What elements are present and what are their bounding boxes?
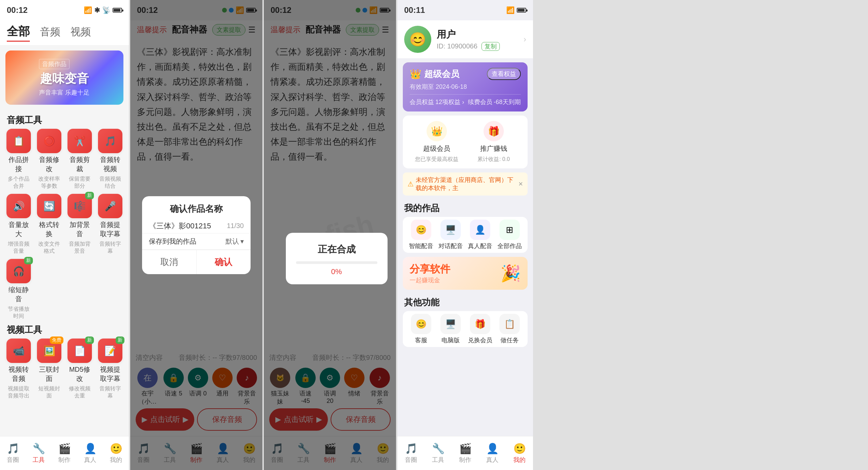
work-icon-all: ⊞: [499, 220, 520, 240]
warning-text: 未经官方渠道（应用商店、官网）下载的本软件，主: [416, 176, 518, 192]
tab-video-tab[interactable]: 视频: [71, 25, 91, 40]
nav-label-sound: 音圈: [7, 456, 19, 464]
tool-volume[interactable]: 🔊 音量放大 增强音频音量: [5, 194, 32, 255]
promo-banner[interactable]: 音频作品 趣味变音 声音丰富 乐趣十足: [5, 50, 123, 105]
other-icon-desktop: 🖥️: [440, 314, 461, 334]
signal-4: 📶: [506, 6, 515, 14]
tool-subtitle[interactable]: 🎤 音频提取字幕 音频转字幕: [97, 194, 123, 255]
modal-save-label: 保存到我的作品: [149, 237, 196, 246]
tool-md5[interactable]: 📄 新 MD5修改 修改视频去重: [66, 339, 93, 400]
nav4-icon-tools: 🔧: [432, 443, 445, 454]
nav-mine[interactable]: 🙂 我的: [103, 436, 129, 470]
feature-promote[interactable]: 🎁 推广赚钱 累计收益: 0.0: [465, 121, 522, 163]
bottom-nav-4: 🎵 音圈 🔧 工具 🎬 制作 👤 真人 🙂 我的: [397, 436, 533, 470]
tool-desc-volume: 增强音频音量: [5, 241, 32, 255]
other-functions-title: 其他功能: [397, 294, 533, 311]
user-id-label: ID: 10900066 复制: [437, 42, 518, 50]
modal-actions: 取消 确认: [142, 250, 251, 274]
view-benefits-btn[interactable]: 查看权益: [487, 68, 521, 80]
tool-desc-subtitle: 音频转字幕: [97, 241, 123, 255]
tool-vid-subtitle[interactable]: 📝 新 视频提取字幕 音频转字幕: [97, 339, 123, 400]
tool-icon-volume: 🔊: [6, 194, 31, 218]
banner-title: 趣味变音: [39, 70, 90, 87]
status-bar-4: 00:11 📶: [397, 0, 533, 20]
vip-title-label: 超级会员: [424, 68, 459, 80]
panel-profile: 00:11 📶 😊 用户 ID: 10900066 复制 › 👑 超级会员 查看…: [397, 0, 533, 470]
work-real-dub[interactable]: 👤 真人配音: [467, 220, 493, 250]
nav4-icon-create: 🎬: [459, 443, 472, 454]
tool-name-subtitle: 音频提取字幕: [97, 220, 123, 239]
modal-char-counter: 11/30: [227, 222, 244, 230]
copy-id-btn[interactable]: 复制: [481, 42, 500, 51]
warning-bar: ⚠ 未经官方渠道（应用商店、官网）下载的本软件，主 ×: [403, 172, 528, 196]
features-row: 👑 超级会员 您已享受最高权益 🎁 推广赚钱 累计收益: 0.0: [403, 116, 528, 168]
vip-row2: 会员权益 12项权益 › 续费会员 -68天到期: [410, 94, 521, 106]
chevron-down-icon: ▾: [240, 237, 244, 245]
nav-icon-tools: 🔧: [33, 443, 45, 454]
work-smart-dub[interactable]: 😊 智能配音: [408, 220, 434, 250]
tool-format[interactable]: 🔄 格式转换 改变文件格式: [36, 194, 62, 255]
status-icons-4: 📶: [506, 6, 526, 14]
nav-real[interactable]: 👤 真人: [77, 436, 103, 470]
nav-label-create: 制作: [58, 456, 71, 464]
tool-cover[interactable]: 🖼️ 免费 三联封面 短视频封面: [36, 339, 62, 400]
share-banner[interactable]: 分享软件 一起赚现金 🎉: [403, 257, 528, 290]
tool-vid-to-audio[interactable]: 📹 视频转音频 视频提取音频导出: [5, 339, 32, 400]
modal-filename-input[interactable]: [149, 222, 227, 230]
time-1: 00:12: [7, 5, 27, 15]
other-customer-service[interactable]: 😊 客服: [408, 314, 434, 344]
nav4-mine[interactable]: 🙂 我的: [506, 436, 533, 470]
tool-desc-trim: 保留需要部分: [66, 176, 93, 190]
tool-trim[interactable]: ✂️ 音频剪裁 保留需要部分: [66, 129, 93, 190]
work-dialog-dub[interactable]: 🖥️ 对话配音: [438, 220, 463, 250]
vip-row1: 👑 超级会员 查看权益: [410, 68, 521, 80]
modal-confirm-btn[interactable]: 确认: [197, 250, 251, 274]
modal-cancel-btn[interactable]: 取消: [142, 250, 197, 274]
vip-benefits-item[interactable]: 会员权益 12项权益 ›: [410, 98, 464, 106]
other-desktop[interactable]: 🖥️ 电脑版: [438, 314, 463, 344]
tool-bg-music[interactable]: 🎼 新 加背景音 音频加背景音: [66, 194, 93, 255]
tool-modify[interactable]: ⭕ 音频修改 改变样率等参数: [36, 129, 62, 190]
nav4-create[interactable]: 🎬 制作: [452, 436, 479, 470]
tool-icon-splice: 📋: [6, 129, 31, 153]
bottom-nav-1: 🎵 音圈 🔧 工具 🎬 制作 👤 真人 🙂 我的: [0, 436, 129, 470]
nav4-tools[interactable]: 🔧 工具: [425, 436, 452, 470]
tool-splice[interactable]: 📋 作品拼接 多个作品合并: [5, 129, 32, 190]
vip-expire-label: 有效期至 2024-06-18: [410, 83, 521, 91]
banner-tag: 音频作品: [39, 59, 70, 69]
nav-create[interactable]: 🎬 制作: [52, 436, 77, 470]
audio-tools-title: 音频工具: [0, 110, 129, 129]
tool-icon-bg-music: 🎼 新: [67, 194, 92, 218]
feature-vip[interactable]: 👑 超级会员 您已享受最高权益: [408, 121, 465, 163]
audio-tools-grid: 📋 作品拼接 多个作品合并 ⭕ 音频修改 改变样率等参数 ✂️ 音频剪裁 保留需…: [0, 129, 129, 320]
other-redeem[interactable]: 🎁 兑换会员: [467, 314, 493, 344]
tool-silence[interactable]: 🎧 新 缩短静音 节省播放时间: [5, 259, 32, 320]
tool-name-volume: 音量放大: [5, 220, 32, 239]
modal-input-row: 11/30: [142, 219, 251, 233]
tool-audio-video[interactable]: 🎵 音频转视频 音频视频结合: [97, 129, 123, 190]
modal-default-select[interactable]: 默认 ▾: [225, 237, 244, 246]
nav-icon-mine: 🙂: [110, 443, 122, 454]
profile-arrow-icon[interactable]: ›: [524, 35, 526, 44]
tool-icon-vid-subtitle: 📝 新: [98, 339, 122, 363]
warning-close-btn[interactable]: ×: [518, 180, 523, 188]
nav4-sound[interactable]: 🎵 音圈: [397, 436, 425, 470]
vip-renew-item[interactable]: 续费会员 -68天到期: [468, 98, 521, 106]
progress-percent: 0%: [296, 267, 377, 276]
tool-name-md5: MD5修改: [66, 365, 93, 383]
badge-new-1: 新: [85, 192, 94, 199]
tab-all[interactable]: 全部: [7, 24, 30, 42]
other-tasks[interactable]: 📋 做任务: [497, 314, 522, 344]
battery-4: [517, 8, 526, 13]
feature-sub-vip: 您已享受最高权益: [415, 156, 458, 163]
tool-icon-vid-audio: 📹: [6, 339, 31, 363]
badge-free-cover: 免费: [50, 336, 63, 344]
nav-sound-circle[interactable]: 🎵 音圈: [0, 436, 26, 470]
nav4-real[interactable]: 👤 真人: [479, 436, 506, 470]
other-icon-service: 😊: [411, 314, 431, 334]
work-all[interactable]: ⊞ 全部作品: [497, 220, 522, 250]
banner-subtitle: 声音丰富 乐趣十足: [39, 88, 90, 97]
nav-tools[interactable]: 🔧 工具: [26, 436, 52, 470]
progress-bar-bg: [296, 261, 377, 264]
tab-audio[interactable]: 音频: [40, 25, 60, 40]
